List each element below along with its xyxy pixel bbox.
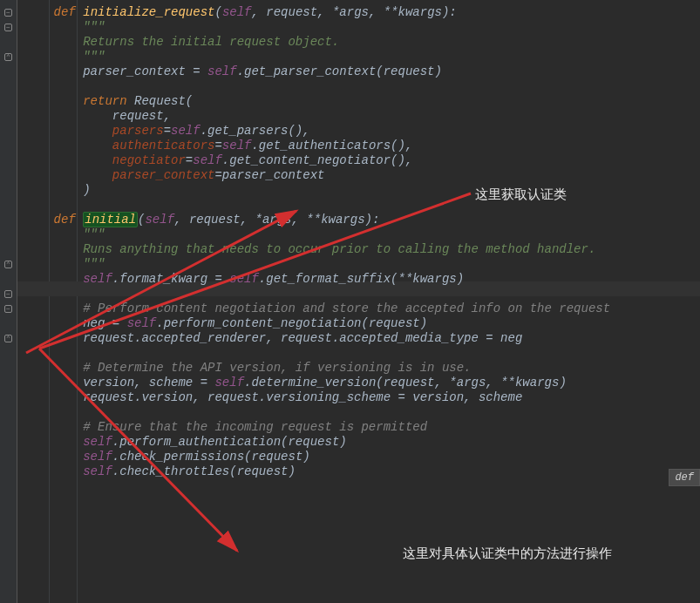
code-line[interactable]: version, scheme = self.determine_version…: [24, 376, 700, 390]
code-area[interactable]: def initialize_request(self, request, *a…: [17, 0, 700, 603]
code-line[interactable]: """: [24, 257, 700, 272]
code-line[interactable]: [24, 346, 700, 361]
code-line[interactable]: self.format_kwarg = self.get_format_suff…: [24, 272, 700, 287]
editor-container: − − ⌃ ⌃ − − ⌃ def initialize_request(sel…: [0, 0, 700, 603]
code-line[interactable]: # Ensure that the incoming request is pe…: [24, 420, 700, 435]
code-line[interactable]: """: [24, 20, 700, 35]
code-line[interactable]: negotiator=self.get_content_negotiator()…: [24, 153, 700, 168]
code-line[interactable]: request.version, request.versioning_sche…: [24, 390, 700, 405]
code-line[interactable]: request.accepted_renderer, request.accep…: [24, 331, 700, 346]
fold-icon[interactable]: −: [4, 305, 12, 313]
code-line[interactable]: # Determine the API version, if versioni…: [24, 361, 700, 376]
code-line[interactable]: [24, 405, 700, 420]
code-line[interactable]: Returns the initial request object.: [24, 35, 700, 50]
code-line[interactable]: Runs anything that needs to occur prior …: [24, 242, 700, 257]
code-line[interactable]: parser_context = self.get_parser_context…: [24, 64, 700, 79]
fold-icon-end[interactable]: ⌃: [4, 335, 12, 342]
code-line[interactable]: def initialize_request(self, request, *a…: [24, 5, 700, 20]
code-line[interactable]: """: [24, 227, 700, 242]
fold-icon[interactable]: −: [4, 290, 12, 298]
code-line[interactable]: parser_context=parser_context: [24, 168, 700, 183]
code-line[interactable]: [24, 198, 700, 213]
code-line[interactable]: [24, 79, 700, 94]
gutter[interactable]: − − ⌃ ⌃ − − ⌃: [0, 0, 17, 603]
code-line[interactable]: ): [24, 183, 700, 198]
code-line[interactable]: request,: [24, 109, 700, 124]
code-line[interactable]: parsers=self.get_parsers(),: [24, 124, 700, 139]
code-line[interactable]: return Request(: [24, 94, 700, 109]
fold-icon-end[interactable]: ⌃: [4, 53, 12, 61]
fold-icon[interactable]: −: [4, 9, 12, 17]
code-line[interactable]: self.perform_authentication(request): [24, 435, 700, 450]
annotation-label-2: 这里对具体认证类中的方法进行操作: [403, 545, 612, 562]
fold-icon-end[interactable]: ⌃: [4, 261, 12, 268]
code-line[interactable]: """: [24, 50, 700, 64]
fold-icon[interactable]: −: [4, 24, 12, 31]
code-line[interactable]: neg = self.perform_content_negotiation(r…: [24, 316, 700, 331]
code-line[interactable]: [24, 287, 700, 302]
code-line[interactable]: def initial(self, request, *args, **kwar…: [24, 213, 700, 227]
code-line[interactable]: authenticators=self.get_authenticators()…: [24, 139, 700, 153]
annotation-label-1: 这里获取认证类: [475, 186, 567, 203]
code-line[interactable]: self.check_throttles(request): [24, 464, 700, 479]
code-line[interactable]: self.check_permissions(request): [24, 450, 700, 464]
code-line[interactable]: # Perform content negotiation and store …: [24, 302, 700, 316]
